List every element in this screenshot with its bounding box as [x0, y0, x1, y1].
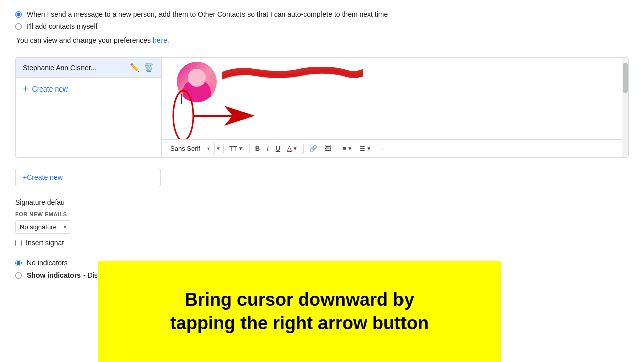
- link-icon: 🔗: [309, 145, 317, 152]
- create-new-label: Create new: [32, 85, 68, 93]
- radio-auto-add[interactable]: [15, 11, 22, 18]
- red-arrow-annotation: [194, 106, 255, 126]
- font-family-select[interactable]: Sans Serif: [166, 142, 215, 155]
- editor-content-area[interactable]: [162, 58, 628, 139]
- new-emails-label: FOR NEW EMAILS: [15, 211, 629, 217]
- radio-option-2-label: I'll add contacts myself: [27, 22, 97, 30]
- toolbar-italic-btn[interactable]: I: [264, 143, 272, 154]
- create-new-list-btn[interactable]: + Create new: [16, 78, 161, 99]
- font-select-wrapper[interactable]: Sans Serif: [166, 142, 215, 155]
- toolbar-chevron-font: ▼: [216, 146, 221, 151]
- editor-scrollbar-track[interactable]: [622, 58, 628, 157]
- signature-section: Stephanie Ann Cisner... ✏️ 🗑️ + Create n…: [0, 52, 644, 163]
- cursor-oval-annotation: [171, 88, 196, 139]
- radio-add-myself[interactable]: [15, 23, 22, 30]
- radio-option-1-label: When I send a message to a new person, a…: [27, 10, 388, 18]
- toolbar-image-btn[interactable]: 🖼: [321, 143, 334, 154]
- delete-icon[interactable]: 🗑️: [144, 63, 154, 72]
- toolbar-align-btn[interactable]: ≡ ▼: [340, 143, 356, 154]
- toolbar-bold-btn[interactable]: B: [252, 143, 263, 154]
- toolbar-sep-2: [249, 144, 250, 153]
- radio-option-1: When I send a message to a new person, a…: [15, 10, 629, 18]
- toolbar-list-btn[interactable]: ☰ ▼: [356, 143, 374, 154]
- overlay-text: Bring cursor downward bytapping the righ…: [160, 278, 439, 345]
- radio-option-2: I'll add contacts myself: [15, 22, 629, 30]
- insert-sig-label: Insert signat: [26, 239, 64, 247]
- yellow-instruction-overlay: Bring cursor downward bytapping the righ…: [98, 261, 501, 362]
- avatar-head: [188, 69, 206, 87]
- no-indicators-radio[interactable]: [15, 260, 22, 266]
- create-new-box[interactable]: + Create new: [15, 168, 161, 187]
- contact-settings-section: When I send a message to a new person, a…: [0, 0, 644, 52]
- edit-icon[interactable]: ✏️: [130, 63, 140, 72]
- toolbar-sep-1: [223, 144, 224, 153]
- no-indicators-label: No indicators: [27, 259, 68, 267]
- toolbar-underline-btn[interactable]: U: [273, 143, 283, 154]
- signature-container: Stephanie Ann Cisner... ✏️ 🗑️ + Create n…: [15, 57, 629, 158]
- list-icon: ☰: [359, 145, 365, 152]
- signature-editor: Sans Serif ▼ TT ▼ B I: [162, 58, 628, 157]
- insert-sig-checkbox[interactable]: [15, 240, 22, 246]
- signature-name: Stephanie Ann Cisner...: [23, 64, 96, 72]
- plus-icon: +: [23, 83, 28, 94]
- toolbar-more-btn[interactable]: ···: [375, 143, 387, 154]
- insert-sig-checkbox-row: Insert signat: [15, 239, 629, 247]
- preference-link[interactable]: here.: [153, 36, 169, 44]
- align-icon: ≡: [343, 145, 347, 152]
- signature-list-item[interactable]: Stephanie Ann Cisner... ✏️ 🗑️: [16, 58, 161, 78]
- editor-toolbar: Sans Serif ▼ TT ▼ B I: [162, 139, 628, 157]
- text-cursor: [181, 94, 182, 104]
- toolbar-link-btn[interactable]: 🔗: [306, 143, 320, 154]
- defaults-title: Signature defau: [15, 198, 629, 206]
- no-signature-select[interactable]: No signature: [15, 220, 71, 234]
- signature-defaults-section: Signature defau FOR NEW EMAILS No signat…: [0, 192, 644, 253]
- toolbar-sep-4: [337, 144, 337, 153]
- editor-scrollbar-thumb[interactable]: [623, 63, 628, 93]
- create-new-box-label: Create new: [27, 173, 63, 182]
- create-new-section: + Create new: [0, 163, 644, 192]
- no-signature-select-wrapper[interactable]: No signature: [15, 220, 71, 234]
- toolbar-text-color-btn[interactable]: A ▼: [284, 143, 301, 154]
- svg-point-0: [173, 90, 193, 139]
- red-brush-stroke: [222, 67, 363, 81]
- show-indicators-radio[interactable]: [15, 272, 22, 279]
- signature-list: Stephanie Ann Cisner... ✏️ 🗑️ + Create n…: [16, 58, 162, 157]
- create-new-plus-icon: +: [23, 173, 27, 182]
- toolbar-font-size[interactable]: TT ▼: [226, 143, 247, 154]
- svg-marker-1: [194, 106, 255, 126]
- toolbar-sep-3: [303, 144, 304, 153]
- settings-page: When I send a message to a new person, a…: [0, 0, 644, 362]
- preference-text: You can view and change your preferences…: [15, 36, 629, 44]
- more-icon: ···: [378, 145, 384, 152]
- image-icon: 🖼: [325, 145, 331, 152]
- signature-actions: ✏️ 🗑️: [130, 63, 154, 72]
